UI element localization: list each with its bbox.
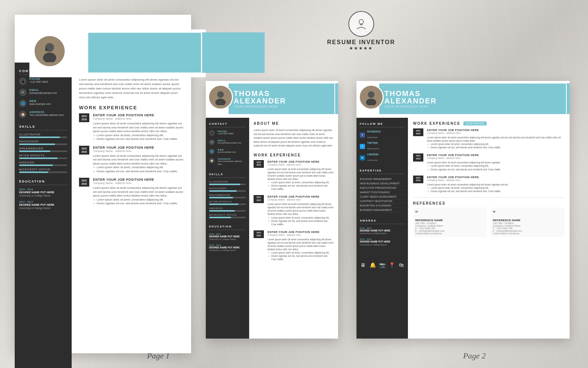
card2-skills-title: SKILLS xyxy=(209,173,246,178)
card2-address-icon: 🏠 xyxy=(209,158,215,163)
card3-work-pos-1: ENTER YOUR JOB POSITION HERE xyxy=(427,128,564,132)
edu-year-1: 2010 - 2014 xyxy=(19,188,67,191)
card3-work-3: 2012 2016 ENTER YOUR JOB POSITION HERE C… xyxy=(413,176,564,193)
card3-work-2: 2012 2016 ENTER YOUR JOB POSITION HERE C… xyxy=(413,153,564,171)
card3-work-b2a: Lorem ipsum dolor sit amet, consectetur … xyxy=(427,164,564,167)
work-year-badge-1: 2012 2016 xyxy=(79,113,89,122)
card2-avatar xyxy=(208,85,233,110)
fb-handle: /username xyxy=(367,136,377,138)
skill-name-2: DREAMWEAVER xyxy=(19,147,67,150)
card2-work-b1b: Donec egestas est est, sed lacinia uma h… xyxy=(268,184,334,191)
ref-phone-1: P : +012 3456 789 xyxy=(415,227,485,230)
card1-avatar xyxy=(33,35,66,68)
card2-work-co-3: Company Name - address here. xyxy=(268,234,334,236)
card3-work-header: WORK EXPERIENCE CONTINUED xyxy=(413,121,564,125)
svg-point-6 xyxy=(217,91,224,98)
edu-school-2: University or College Name xyxy=(19,207,67,209)
card3-body: FOLLOW ME f FACEBOOK /username t TWITTER… xyxy=(356,118,570,339)
card2-web-icon: 🌐 xyxy=(209,149,215,154)
card3-work-badge-2: 2012 2016 xyxy=(413,153,423,161)
svg-point-7 xyxy=(215,99,226,105)
card2-email: ✉ EMAIL example@example.com xyxy=(209,139,246,145)
card2-work-pos-1: ENTER YOUR JOB POSITION HERE xyxy=(268,160,334,163)
skill-photoshop: PHOTOSHOP xyxy=(19,140,67,145)
edu-degree-2: DEGREE NAME PUT HERE xyxy=(19,203,67,207)
ref-addr-1: United States of America xyxy=(415,232,485,235)
email-value: example@example.com xyxy=(29,91,57,95)
edu-year-2: 2010 - 2014 xyxy=(19,201,67,203)
work-year-badge-3: 2012 2016 xyxy=(79,178,89,187)
card3-work-pos-2: ENTER YOUR JOB POSITION HERE xyxy=(427,153,564,157)
exp-0: ACCOUNT MANAGEMENT xyxy=(360,177,405,181)
web-value: www.example.com xyxy=(29,102,51,106)
card2-work-2: 2012 2016 ENTER YOUR JOB POSITION HERE C… xyxy=(254,195,334,226)
card2-email-icon: ✉ xyxy=(209,139,215,145)
card2-work-pos-2: ENTER YOUR JOB POSITION HERE xyxy=(268,195,334,198)
work-bullet-2b: Donec egestas est est, sed lacinia uma h… xyxy=(93,170,184,174)
card3-work-title: WORK EXPERIENCE xyxy=(413,121,460,125)
card3-expertise-section: EXPERTISE ACCOUNT MANAGEMENT NEW BUSINES… xyxy=(360,169,405,212)
card2-work-badge-3: 2012 2016 xyxy=(254,230,264,238)
award-1: 2010 - 2014 DEGREE NAME PUT HERE Univers… xyxy=(360,227,405,234)
web-icon: 🌐 xyxy=(19,100,26,107)
card2-phone-value: +123 4567 8953 xyxy=(218,132,234,135)
exp-3: MARKET POSITIONINGS xyxy=(360,190,405,195)
web-label: WEB xyxy=(29,100,51,102)
brand-name: RESUME INVENTOR xyxy=(327,39,395,46)
card3-work-b3b: Donec egestas est est, sed lacinia uma h… xyxy=(427,190,564,193)
card2-web: 🌐 WEB www.example.com xyxy=(209,149,246,154)
card3-work-co-1: Company Name - address here. xyxy=(427,132,564,134)
skill-name-5: MICROSOFT OFFICE xyxy=(19,168,67,171)
icon-bell: 🔔 xyxy=(369,259,376,271)
skill-msoffice: MICROSOFT OFFICE xyxy=(19,168,67,173)
references-title: REFERENCES xyxy=(413,201,564,205)
li-handle: /username xyxy=(367,159,377,161)
ref-phone-2: P : +012 3456 789 xyxy=(493,227,562,230)
twitter-icon: t xyxy=(360,144,365,149)
card3-work-desc-2: Lorem ipsum dolor sit amet consectetur a… xyxy=(427,161,564,164)
card2-first-name: THOMAS xyxy=(234,90,286,97)
card2-address: 🏠 ADDRESS Your street/state address here… xyxy=(209,158,246,166)
svg-point-9 xyxy=(366,99,376,105)
card3-avatar-silhouette xyxy=(363,89,379,105)
address-label: ADDRESS xyxy=(29,111,64,113)
exp-5: CONTRACT NEGOTIATION xyxy=(360,199,405,204)
card3-work-1: 2012 2016 ENTER YOUR JOB POSITION HERE C… xyxy=(413,128,564,149)
card3-avatar xyxy=(359,85,384,110)
card3-main: WORK EXPERIENCE CONTINUED 2012 2016 ENTE… xyxy=(408,118,570,339)
contact-phone-item: 📱 PHONE +123 4567 8953 xyxy=(19,78,67,85)
edu-degree-1: DEGREE NAME PUT HERE xyxy=(19,191,67,194)
contact-address-item: 🏠 ADDRESS Your street/state address here… xyxy=(19,111,67,118)
address-icon: 🏠 xyxy=(19,111,26,118)
tw-platform: TWITTER xyxy=(367,142,379,144)
card2-edu-1: 2010 - 2014 DEGREE NAME PUT HERE Univers… xyxy=(209,233,246,240)
card2-email-value: example@example.com xyxy=(218,142,241,145)
tw-handle: @username xyxy=(367,148,379,150)
work-bullet-3b: Donec egestas est est, sed lacinia uma h… xyxy=(93,202,184,206)
card3-work-desc-3: Lorem ipsum dolor sit amet consectetur a… xyxy=(427,183,564,186)
card2-name-block: THOMAS ALEXANDER YOUR PROFESSION HERE xyxy=(234,90,286,108)
card2-work-badge-1: 2012 2016 xyxy=(254,160,264,168)
icon-map: 📍 xyxy=(388,259,395,271)
linkedin-icon: in xyxy=(360,155,365,160)
ref-name-2: REFERENCE NAME xyxy=(493,219,562,222)
svg-point-4 xyxy=(43,53,56,62)
ref-email-2: E : example@example.com xyxy=(493,230,562,232)
card2-address-value: Your street/state address here. xyxy=(218,160,246,166)
ref-email-1: E : example@example.com xyxy=(415,230,485,232)
card3-awards-section: AWARDS 2010 - 2014 DEGREE NAME PUT HERE … xyxy=(360,219,405,246)
ref-addr-2: United States of America xyxy=(493,232,562,235)
ref-title-2: Job Title / Position xyxy=(493,222,562,224)
card3-work-b3a: Lorem ipsum dolor sit amet, consectetur … xyxy=(427,186,564,190)
edu-school-1: University or College Name xyxy=(19,194,67,197)
card3-expertise-title: EXPERTISE xyxy=(360,169,405,174)
card2-work-b1a: Lorem ipsum dolor sit amet, consectetur … xyxy=(268,181,334,184)
brand-stars: ★★★★★ xyxy=(327,46,395,51)
email-label: EMAIL xyxy=(29,89,57,91)
card2-last-name: ALEXANDER xyxy=(234,97,286,105)
ref-company-2: Company / Institute Name xyxy=(493,224,562,227)
card3-work-badge-1: 2012 2016 xyxy=(413,128,423,136)
card3-sidebar: FOLLOW ME f FACEBOOK /username t TWITTER… xyxy=(356,118,408,339)
fb-platform: FACEBOOK xyxy=(367,130,381,133)
card2-edu-section: EDUCATION 2010 - 2014 DEGREE NAME PUT HE… xyxy=(209,225,246,252)
